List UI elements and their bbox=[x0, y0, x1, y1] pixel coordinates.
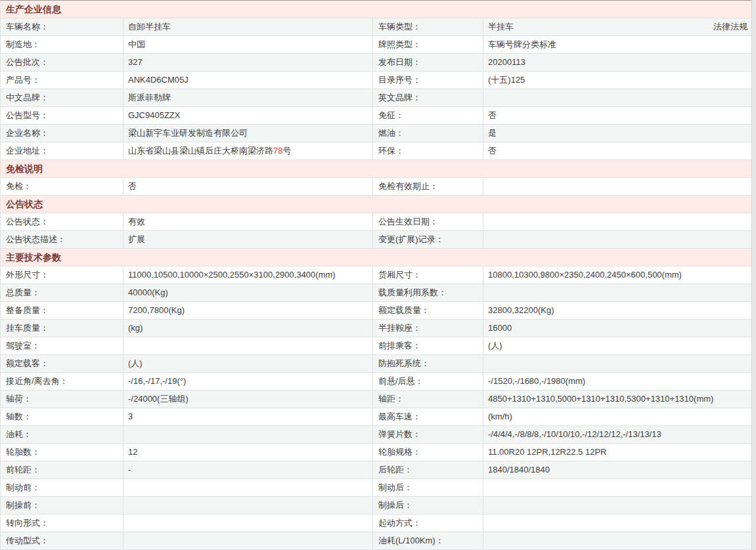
field-label: 半挂鞍座： bbox=[378, 323, 421, 333]
value-cell: ANK4D6CM05J bbox=[123, 72, 372, 89]
value-cell: 10800,10300,9800×2350,2400,2450×600,500(… bbox=[483, 266, 751, 284]
label-cell: 油耗： bbox=[1, 426, 123, 443]
table-row: 轴荷：-/24000(三轴组)轴距：4850+1310+1310,5000+13… bbox=[1, 391, 751, 408]
table-row: 挂车质量：(kg)半挂鞍座：16000 bbox=[1, 320, 751, 337]
value-cell bbox=[123, 479, 372, 496]
field-label: 驾驶室： bbox=[6, 341, 40, 350]
table-row: 油耗：弹簧片数：-/4/4/4,-/8/8/8,-/10/10/10,-/12/… bbox=[1, 426, 751, 444]
table-row: 免检：否免检有效期止： bbox=[1, 178, 751, 196]
value-cell: 327 bbox=[123, 54, 372, 71]
field-label: 前排乘客： bbox=[378, 341, 421, 350]
field-value: -/1520,-/1680,-/1980(mm) bbox=[488, 373, 585, 390]
table-row: 轴数：3最高车速：(km/h) bbox=[1, 408, 751, 426]
field-value: 7200,7800(Kg) bbox=[128, 305, 185, 315]
field-value: 车辆号牌分类标准 bbox=[488, 36, 556, 53]
table-row: 轮胎数：12轮胎规格：11.00R20 12PR,12R22.5 12PR bbox=[1, 444, 751, 461]
field-value: 否 bbox=[488, 107, 497, 124]
field-value: 有效 bbox=[128, 217, 145, 226]
value-cell: 7200,7800(Kg) bbox=[123, 302, 372, 319]
field-label: 额定载质量： bbox=[378, 305, 430, 315]
value-cell: 中国 bbox=[123, 36, 372, 53]
value-cell bbox=[483, 497, 751, 514]
field-label: 货厢尺寸： bbox=[378, 270, 421, 280]
section-header-row: 主要技术参数 bbox=[1, 249, 751, 266]
table-row: 额定载客：(人)防抱死系统： bbox=[1, 355, 751, 373]
table-row: 驾驶室：前排乘客：(人) bbox=[1, 337, 751, 355]
field-value: 32800,32200(Kg) bbox=[488, 302, 554, 319]
field-label: 后轮距： bbox=[378, 465, 412, 475]
label-cell: 轴距： bbox=[372, 391, 483, 408]
field-label: 最高车速： bbox=[378, 412, 421, 421]
legal-regulations-link[interactable]: 法律法规 bbox=[713, 18, 747, 35]
label-cell: 公告批次： bbox=[1, 54, 123, 71]
field-label: 接近角/离去角： bbox=[6, 376, 68, 386]
section-title: 公告状态 bbox=[1, 196, 43, 213]
label-cell: 货厢尺寸： bbox=[372, 266, 483, 284]
table-row: 转向形式：起动方式： bbox=[1, 515, 751, 532]
value-cell bbox=[483, 284, 751, 301]
table-row: 公告批次：327发布日期：20200113 bbox=[1, 54, 751, 72]
field-label: 起动方式： bbox=[378, 518, 421, 528]
value-cell bbox=[483, 213, 751, 230]
field-label: 中文品牌： bbox=[6, 93, 49, 102]
value-cell: 有效 bbox=[123, 213, 372, 230]
value-cell: 自卸半挂车 bbox=[123, 18, 372, 35]
field-value: 16000 bbox=[488, 320, 512, 337]
table-row: 接近角/离去角：-/16,-/17,-/19(°)前悬/后悬：-/1520,-/… bbox=[1, 373, 751, 391]
field-label: 油耗(L/100Km)： bbox=[378, 536, 444, 545]
field-value: -/4/4/4,-/8/8/8,-/10/10/10,-/12/12/12,-/… bbox=[488, 426, 661, 443]
field-value: 11000,10500,10000×2500,2550×3100,2900,34… bbox=[128, 270, 336, 280]
field-label: 制动前： bbox=[6, 482, 40, 492]
field-value: (km/h) bbox=[488, 408, 512, 425]
field-label: 公告状态描述： bbox=[6, 234, 66, 244]
value-cell bbox=[483, 515, 751, 532]
field-label: 目录序号： bbox=[378, 75, 421, 85]
label-cell: 环保： bbox=[372, 142, 483, 159]
label-cell: 轮胎规格： bbox=[372, 444, 483, 461]
section-header-row: 免检说明 bbox=[1, 160, 751, 178]
label-cell: 免检有效期止： bbox=[372, 178, 483, 195]
field-value: 号 bbox=[282, 146, 291, 156]
label-cell: 产品号： bbox=[1, 72, 123, 89]
value-cell: (kg) bbox=[123, 320, 372, 337]
field-label: 转向形式： bbox=[6, 518, 49, 528]
field-value: 自卸半挂车 bbox=[128, 22, 171, 32]
label-cell: 制造地： bbox=[1, 36, 123, 53]
field-label: 车辆名称： bbox=[6, 22, 49, 32]
value-cell: (km/h) bbox=[483, 408, 751, 425]
value-cell: 否 bbox=[123, 178, 372, 195]
value-cell: 车辆号牌分类标准 bbox=[483, 36, 751, 53]
value-cell: -/16,-/17,-/19(°) bbox=[123, 373, 372, 390]
field-value: 20200113 bbox=[488, 54, 525, 71]
value-cell: GJC9405ZZX bbox=[123, 107, 372, 124]
table-row: 中文品牌：斯派菲勒牌英文品牌： bbox=[1, 89, 751, 107]
value-cell bbox=[123, 497, 372, 514]
label-cell: 传动型式： bbox=[1, 532, 123, 549]
label-cell: 发布日期： bbox=[372, 54, 483, 71]
section-title: 生产企业信息 bbox=[1, 1, 61, 18]
vehicle-info-table: 生产企业信息车辆名称：自卸半挂车车辆类型：半挂车法律法规制造地：中国牌照类型：车… bbox=[1, 1, 751, 550]
value-cell: 扩展 bbox=[123, 231, 372, 248]
section-header-row: 生产企业信息 bbox=[1, 1, 751, 18]
value-cell: 斯派菲勒牌 bbox=[123, 89, 372, 106]
field-label: 制操后： bbox=[378, 500, 412, 510]
field-label: 公告型号： bbox=[6, 110, 49, 120]
field-label: 挂车质量： bbox=[6, 323, 49, 333]
table-row: 前轮距：-后轮距：1840/1840/1840 bbox=[1, 461, 751, 479]
field-label: 车辆类型： bbox=[378, 22, 421, 32]
field-label: 前轮距： bbox=[6, 465, 40, 475]
value-cell bbox=[123, 426, 372, 443]
value-cell bbox=[483, 178, 751, 195]
label-cell: 牌照类型： bbox=[372, 36, 483, 53]
field-value: 半挂车 bbox=[488, 18, 514, 35]
field-value: 11.00R20 12PR,12R22.5 12PR bbox=[488, 444, 606, 461]
value-cell: 山东省梁山县梁山镇后庄大桥南梁济路78号 bbox=[123, 142, 372, 159]
value-cell: 20200113 bbox=[483, 54, 751, 71]
field-value: 扩展 bbox=[128, 234, 145, 244]
field-label: 免检： bbox=[6, 181, 32, 191]
label-cell: 油耗(L/100Km)： bbox=[372, 532, 483, 549]
table-row: 公告状态：有效公告生效日期： bbox=[1, 213, 751, 231]
field-label: 轴数： bbox=[6, 412, 32, 421]
table-row: 公告状态描述：扩展变更(扩展)记录： bbox=[1, 231, 751, 249]
table-row: 制造地：中国牌照类型：车辆号牌分类标准 bbox=[1, 36, 751, 54]
